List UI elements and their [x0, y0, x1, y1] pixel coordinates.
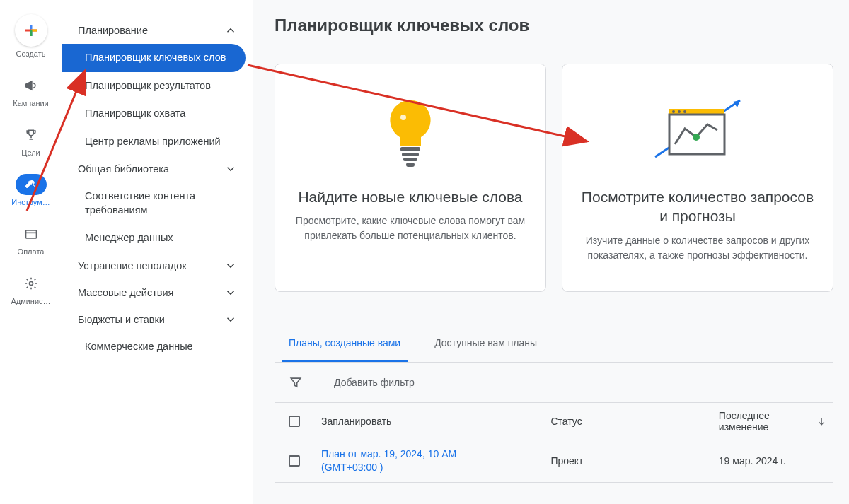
rail-create[interactable]: Создать: [0, 11, 62, 61]
trophy-icon: [24, 128, 38, 142]
nav-section-shared-library[interactable]: Общая библиотека: [62, 156, 253, 182]
nav-performance-planner[interactable]: Планировщик результатов: [62, 72, 253, 100]
tab-your-plans[interactable]: Планы, созданные вами: [282, 326, 408, 362]
plans-table: Запланировать Статус Последнее изменение…: [275, 402, 833, 483]
svg-point-11: [400, 115, 406, 120]
tools-icon: [24, 177, 38, 192]
th-status[interactable]: Статус: [543, 416, 711, 427]
nav-reach-planner[interactable]: Планировщик охвата: [62, 100, 253, 128]
svg-rect-9: [403, 158, 417, 161]
rail-tools[interactable]: Инструм…: [0, 171, 62, 209]
card-forecast[interactable]: Посмотрите количество запросов и прогноз…: [562, 64, 833, 292]
svg-point-6: [29, 282, 33, 286]
side-nav: Планирование Планировщик ключевых слов П…: [62, 0, 253, 504]
svg-point-15: [678, 110, 681, 113]
nav-section-bulk[interactable]: Массовые действия: [62, 279, 253, 306]
card-discover-title: Найдите новые ключевые слова: [294, 187, 527, 206]
megaphone-icon: [24, 78, 38, 93]
filter-label: Добавить фильтр: [334, 377, 415, 388]
card-discover-keywords[interactable]: Найдите новые ключевые слова Просмотрите…: [275, 64, 546, 292]
table-header-row: Запланировать Статус Последнее изменение: [275, 403, 833, 440]
lightbulb-illustration: [294, 90, 527, 175]
plans-tabs: Планы, созданные вами Доступные вам план…: [275, 326, 833, 363]
chevron-down-icon: [224, 313, 237, 326]
nav-commercial[interactable]: Коммерческие данные: [62, 333, 253, 361]
svg-rect-8: [402, 153, 419, 156]
tab-shared-plans[interactable]: Доступные вам планы: [427, 326, 544, 362]
gear-icon: [24, 276, 38, 291]
plan-link[interactable]: План от мар. 19, 2024, 10 AM (GMT+03:00 …: [321, 447, 536, 475]
plan-status: Проект: [543, 455, 711, 467]
th-last-modified[interactable]: Последнее изменение: [712, 410, 833, 433]
page-title: Планировщик ключевых слов: [275, 16, 833, 35]
plan-name-line1: План от мар. 19, 2024, 10 AM: [321, 447, 536, 462]
th-plan[interactable]: Запланировать: [314, 416, 543, 427]
svg-point-14: [672, 110, 675, 113]
left-rail: Создать Кампании Цели Инструм…: [0, 0, 62, 504]
nav-shared-library-label: Общая библиотека: [78, 163, 169, 175]
table-row: План от мар. 19, 2024, 10 AM (GMT+03:00 …: [275, 440, 833, 483]
card-forecast-desc: Изучите данные о количестве запросов и д…: [581, 233, 814, 263]
nav-section-budgets[interactable]: Бюджеты и ставки: [62, 306, 253, 333]
svg-rect-7: [400, 147, 420, 151]
rail-campaigns-label: Кампании: [6, 99, 57, 107]
svg-rect-4: [25, 230, 36, 238]
chevron-down-icon: [224, 163, 237, 175]
select-all-checkbox[interactable]: [289, 416, 300, 427]
nav-data-manager[interactable]: Менеджер данных: [62, 224, 253, 252]
chevron-down-icon: [224, 286, 237, 299]
chevron-down-icon: [224, 259, 237, 272]
nav-section-planning[interactable]: Планирование: [62, 17, 253, 44]
nav-budgets-label: Бюджеты и ставки: [78, 314, 165, 325]
card-icon: [24, 227, 38, 241]
main-content: Планировщик ключевых слов Найдите новые …: [253, 0, 849, 504]
nav-keyword-planner[interactable]: Планировщик ключевых слов: [62, 44, 246, 72]
arrow-down-icon: [816, 416, 826, 427]
plan-modified: 19 мар. 2024 г.: [712, 455, 833, 467]
filter-row[interactable]: Добавить фильтр: [275, 363, 833, 402]
rail-admin[interactable]: Админис…: [0, 270, 62, 308]
svg-point-16: [683, 110, 686, 113]
create-button[interactable]: [15, 14, 47, 47]
nav-troubleshoot-label: Устранение неполадок: [78, 260, 187, 271]
svg-rect-10: [406, 163, 415, 167]
nav-section-troubleshoot[interactable]: Устранение неполадок: [62, 252, 253, 279]
rail-goals-label: Цели: [6, 148, 57, 157]
plus-icon: [23, 22, 40, 39]
card-discover-desc: Просмотрите, какие ключевые слова помогу…: [294, 213, 527, 243]
cards-row: Найдите новые ключевые слова Просмотрите…: [275, 64, 833, 292]
chevron-up-icon: [224, 24, 237, 37]
row-checkbox[interactable]: [289, 455, 300, 467]
svg-point-18: [693, 134, 700, 141]
nav-app-hub[interactable]: Центр рекламы приложений: [62, 128, 253, 156]
rail-campaigns[interactable]: Кампании: [0, 72, 62, 110]
nav-bulk-label: Массовые действия: [78, 287, 173, 298]
rail-payment-label: Оплата: [6, 247, 57, 256]
rail-create-label: Создать: [6, 49, 57, 58]
rail-payment[interactable]: Оплата: [0, 221, 62, 259]
chart-illustration: [581, 90, 814, 175]
rail-tools-label: Инструм…: [6, 198, 57, 206]
filter-icon: [289, 375, 303, 389]
rail-admin-label: Админис…: [6, 297, 57, 305]
nav-policy[interactable]: Соответствие контента требованиям: [62, 182, 253, 224]
rail-goals[interactable]: Цели: [0, 122, 62, 160]
card-forecast-title: Посмотрите количество запросов и прогноз…: [581, 187, 814, 226]
nav-planning-label: Планирование: [78, 25, 148, 36]
plan-name-line2: (GMT+03:00 ): [321, 461, 536, 475]
